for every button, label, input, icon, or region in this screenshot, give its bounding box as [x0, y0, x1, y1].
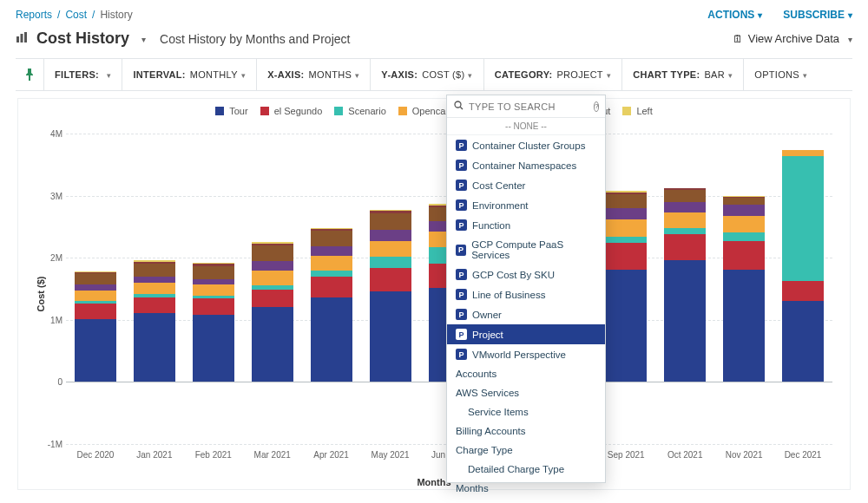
- x-tick: Jan 2021: [136, 450, 172, 460]
- dropdown-item[interactable]: Accounts: [447, 364, 605, 383]
- bar-column[interactable]: [252, 242, 293, 382]
- bar-segment: [723, 241, 765, 269]
- category-dropdown[interactable]: ? -- NONE -- PContainer Cluster GroupsPC…: [446, 95, 606, 483]
- dropdown-none[interactable]: -- NONE --: [447, 118, 605, 135]
- perspective-badge-icon: P: [456, 180, 467, 191]
- dropdown-item[interactable]: PEnvironment: [447, 195, 605, 215]
- bar-segment: [664, 190, 706, 202]
- legend-item[interactable]: Scenario: [334, 106, 385, 116]
- bar-segment: [723, 270, 765, 382]
- bar-segment: [311, 277, 352, 297]
- xaxis-control[interactable]: X-AXIS: MONTHS: [257, 59, 371, 90]
- bar-column[interactable]: [782, 150, 824, 382]
- dropdown-item[interactable]: PGCP Compute PaaS Services: [447, 235, 605, 265]
- legend-item[interactable]: el Segundo: [260, 106, 323, 116]
- bar-segment: [252, 290, 293, 307]
- breadcrumb-cost[interactable]: Cost: [65, 9, 87, 21]
- dropdown-item[interactable]: PVMworld Perspective: [447, 344, 605, 364]
- dropdown-item[interactable]: POwner: [447, 304, 605, 324]
- category-control[interactable]: CATEGORY: PROJECT: [484, 59, 622, 90]
- bar-segment: [75, 304, 116, 319]
- bar-segment: [311, 256, 352, 271]
- interval-control[interactable]: INTERVAL: MONTHLY: [122, 59, 257, 90]
- bar-segment: [370, 213, 411, 230]
- bar-segment: [370, 268, 411, 291]
- dropdown-item[interactable]: Detailed Charge Type: [447, 460, 605, 479]
- bar-segment: [370, 257, 411, 267]
- subscribe-menu[interactable]: SUBSCRIBE: [783, 9, 852, 21]
- title-dropdown[interactable]: [138, 33, 146, 45]
- bar-column[interactable]: [311, 228, 352, 382]
- dropdown-item[interactable]: PFunction: [447, 215, 605, 235]
- y-tick: 3M: [31, 191, 62, 200]
- bar-segment: [75, 284, 116, 291]
- bar-column[interactable]: [723, 196, 765, 382]
- bar-segment: [193, 284, 234, 296]
- dropdown-item-label: Service Items: [468, 407, 529, 417]
- dropdown-item[interactable]: AWS Services: [447, 383, 605, 402]
- bar-segment: [75, 273, 116, 284]
- bar-segment: [664, 228, 706, 234]
- dropdown-item[interactable]: PGCP Cost By SKU: [447, 265, 605, 284]
- perspective-badge-icon: P: [456, 219, 467, 231]
- dropdown-item-label: GCP Compute PaaS Services: [471, 239, 596, 260]
- bar-column[interactable]: [605, 191, 647, 382]
- legend-item[interactable]: Tour: [215, 106, 247, 116]
- charttype-control[interactable]: CHART TYPE: BAR: [622, 59, 744, 90]
- bar-segment: [193, 315, 234, 382]
- dropdown-item[interactable]: PContainer Cluster Groups: [447, 135, 605, 155]
- perspective-badge-icon: P: [456, 329, 467, 340]
- actions-menu[interactable]: ACTIONS: [707, 9, 762, 21]
- bar-column[interactable]: [75, 271, 116, 382]
- pin-button[interactable]: [16, 59, 44, 90]
- bar-segment: [252, 307, 293, 382]
- chart-icon: [16, 32, 28, 45]
- legend-label: Tour: [229, 106, 247, 116]
- dropdown-item[interactable]: PCost Center: [447, 175, 605, 195]
- dropdown-item[interactable]: PContainer Namespaces: [447, 155, 605, 175]
- view-archive[interactable]: View Archive Data: [733, 32, 852, 45]
- dropdown-item-label: Months: [456, 483, 489, 493]
- dropdown-item[interactable]: Regions: [447, 498, 605, 503]
- bar-segment: [311, 246, 352, 256]
- dropdown-item[interactable]: Charge Type: [447, 441, 605, 460]
- help-icon[interactable]: ?: [594, 101, 599, 112]
- dropdown-item-label: Detailed Charge Type: [468, 464, 564, 474]
- bar-column[interactable]: [370, 210, 411, 382]
- svg-line-4: [460, 107, 463, 109]
- legend-swatch: [260, 107, 269, 115]
- bar-segment: [75, 319, 116, 382]
- dropdown-item[interactable]: Months: [447, 479, 605, 498]
- bar-segment: [370, 230, 411, 241]
- bar-column[interactable]: [664, 188, 706, 382]
- bar-segment: [605, 208, 647, 220]
- dropdown-item-label: Owner: [472, 310, 502, 320]
- legend-item[interactable]: Opencart: [398, 106, 451, 116]
- chart-legend: Tourel SegundoScenarioOpencartAwardEBugg…: [18, 99, 850, 116]
- breadcrumb-sep: /: [57, 9, 60, 21]
- bar-segment: [193, 298, 234, 315]
- bar-segment: [664, 202, 706, 212]
- dropdown-search[interactable]: ?: [447, 95, 605, 118]
- yaxis-label: Y-AXIS:: [381, 69, 418, 80]
- bar-column[interactable]: [193, 263, 234, 382]
- dropdown-item[interactable]: Billing Accounts: [447, 421, 605, 441]
- breadcrumb-reports[interactable]: Reports: [16, 9, 52, 21]
- x-tick: Oct 2021: [667, 450, 703, 460]
- options-control[interactable]: OPTIONS: [744, 59, 818, 90]
- dropdown-item[interactable]: PProject: [447, 324, 605, 344]
- yaxis-control[interactable]: Y-AXIS: COST ($): [371, 59, 483, 90]
- dropdown-item[interactable]: Service Items: [447, 402, 605, 421]
- x-tick: Dec 2021: [785, 450, 822, 460]
- bar-segment: [311, 271, 352, 277]
- bar-column[interactable]: [134, 260, 175, 382]
- bar-segment: [370, 291, 411, 382]
- bar-segment: [311, 231, 352, 246]
- search-input[interactable]: [469, 101, 589, 112]
- perspective-badge-icon: P: [456, 160, 467, 171]
- filters-control[interactable]: FILTERS:: [44, 59, 122, 90]
- legend-item[interactable]: Left: [622, 106, 652, 116]
- perspective-badge-icon: P: [456, 199, 467, 211]
- dropdown-item[interactable]: PLine of Business: [447, 284, 605, 304]
- bar-segment: [782, 150, 824, 156]
